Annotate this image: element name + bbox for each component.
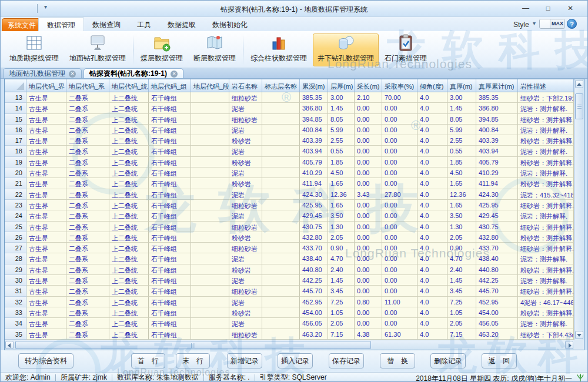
cell[interactable]: 细砂岩：下部4.43m [518, 329, 574, 340]
cell[interactable] [191, 103, 229, 113]
cell[interactable]: 70.00 [382, 92, 417, 103]
cell[interactable]: 0.00 [355, 167, 382, 178]
cell[interactable]: 27.80 [382, 189, 417, 200]
cell[interactable]: 泥岩 [229, 189, 262, 200]
cell[interactable]: 细砂岩：下部2.19米 [518, 92, 574, 103]
horizontal-scrollbar[interactable] [5, 340, 574, 350]
cell[interactable]: 上二叠统 [109, 318, 149, 329]
cell[interactable]: 0.00 [382, 222, 417, 232]
row-number-cell[interactable]: 18 [5, 146, 26, 156]
cell[interactable]: 0.90 [328, 243, 355, 253]
cell[interactable]: 4.0 [417, 167, 447, 178]
cell[interactable]: 403.39 [300, 135, 328, 146]
tab-close-icon[interactable]: ✕ [171, 71, 178, 78]
cell[interactable]: 0.00 [382, 167, 417, 178]
cell[interactable]: 古生界 [26, 329, 66, 340]
cell[interactable]: 438.40 [476, 253, 518, 264]
vertical-scroll-thumb[interactable] [575, 93, 583, 119]
column-header[interactable]: 岩石名称 [229, 79, 262, 92]
cell[interactable] [262, 264, 300, 275]
row-number-cell[interactable]: 15 [5, 114, 26, 125]
cell[interactable]: 0.00 [355, 253, 382, 264]
column-header[interactable]: 倾角(度) [417, 79, 447, 92]
cell[interactable] [262, 253, 300, 264]
cell[interactable]: 456.05 [476, 318, 518, 329]
cell[interactable] [262, 189, 300, 200]
cell[interactable] [191, 297, 229, 307]
cell[interactable]: 泥岩：测井解释. [518, 210, 574, 221]
cell[interactable]: 4.0 [417, 307, 447, 318]
cell[interactable]: 上二叠统 [109, 275, 149, 286]
cell[interactable] [262, 178, 300, 189]
cell[interactable]: 粉砂岩：测井解释. [518, 135, 574, 146]
cell[interactable]: 二叠系 [66, 232, 109, 243]
cell[interactable]: 细砂岩：测井解释. [518, 243, 574, 253]
cell[interactable]: 0.00 [355, 232, 382, 243]
cell[interactable]: 石千峰组 [149, 178, 191, 189]
table-row[interactable]: 21古生界二叠系上二叠统石千峰组粉砂岩411.941.650.000.004.0… [5, 178, 574, 189]
cell[interactable]: 二叠系 [66, 135, 109, 146]
cell[interactable]: 0.00 [355, 125, 382, 135]
cell[interactable]: 0.00 [382, 253, 417, 264]
cell[interactable]: 古生界 [26, 297, 66, 307]
cell[interactable]: 433.70 [476, 243, 518, 253]
cell[interactable]: 上二叠统 [109, 232, 149, 243]
cell[interactable]: 4.0 [417, 232, 447, 243]
cell[interactable]: 0.00 [382, 135, 417, 146]
cell[interactable]: 394.85 [300, 114, 328, 125]
cell[interactable]: 细砂岩：测井解释. [518, 222, 574, 232]
cell[interactable]: 二叠系 [66, 275, 109, 286]
row-number-cell[interactable]: 20 [5, 167, 26, 178]
cell[interactable]: 石千峰组 [149, 253, 191, 264]
cell[interactable]: 4.0 [417, 318, 447, 329]
cell[interactable]: 细砂岩：测井解释. [518, 286, 574, 296]
cell[interactable]: 463.20 [476, 329, 518, 340]
table-row[interactable]: 30古生界二叠系上二叠统石千峰组泥岩442.251.450.000.004.01… [5, 275, 574, 286]
cell[interactable]: 425.95 [476, 200, 518, 210]
cell[interactable] [191, 178, 229, 189]
cell[interactable] [262, 329, 300, 340]
cell[interactable]: 古生界 [26, 264, 66, 275]
cell[interactable]: 4.0 [417, 210, 447, 221]
cell[interactable]: 385.35 [476, 92, 518, 103]
table-row[interactable]: 15古生界二叠系上二叠统石千峰组细粒砂岩394.858.050.000.004.… [5, 114, 574, 125]
cell[interactable]: 403.39 [476, 135, 518, 146]
cell[interactable] [262, 114, 300, 125]
table-row[interactable]: 14古生界二叠系上二叠统石千峰组泥岩386.801.450.000.004.01… [5, 103, 574, 113]
action-button-8[interactable]: 删除记录 [430, 353, 466, 368]
cell[interactable]: 石千峰组 [149, 103, 191, 113]
table-row[interactable]: 33古生界二叠系上二叠统石千峰组粉砂岩454.001.050.000.004.0… [5, 307, 574, 318]
cell[interactable]: 上二叠统 [109, 200, 149, 210]
cell[interactable] [262, 103, 300, 113]
cell[interactable]: 古生界 [26, 232, 66, 243]
cell[interactable]: 古生界 [26, 189, 66, 200]
row-number-cell[interactable]: 32 [5, 297, 26, 307]
cell[interactable]: 405.79 [300, 157, 328, 167]
max-toggle[interactable]: MAX [539, 19, 565, 29]
cell[interactable]: 463.20 [300, 329, 328, 340]
cell[interactable] [262, 243, 300, 253]
cell[interactable]: 粉砂岩 [229, 157, 262, 167]
cell[interactable]: 古生界 [26, 200, 66, 210]
cell[interactable]: 442.25 [476, 275, 518, 286]
cell[interactable]: 4.0 [417, 264, 447, 275]
cell[interactable]: 二叠系 [66, 92, 109, 103]
cell[interactable] [191, 167, 229, 178]
menu-tab-5[interactable]: 数据初始化 [204, 17, 256, 31]
cell[interactable]: 4.0 [417, 125, 447, 135]
cell[interactable]: 二叠系 [66, 297, 109, 307]
cell[interactable]: 4.0 [417, 329, 447, 340]
column-header[interactable]: 地层代码_段 [191, 79, 229, 92]
cell[interactable]: 454.00 [300, 307, 328, 318]
cell[interactable]: 0.00 [355, 318, 382, 329]
cell[interactable] [262, 232, 300, 243]
tab-close-icon[interactable]: ✕ [69, 71, 76, 78]
cell[interactable] [191, 125, 229, 135]
cell[interactable]: 4.0 [417, 103, 447, 113]
action-button-5[interactable]: 插入记录 [278, 353, 313, 368]
cell[interactable]: 1.65 [328, 178, 355, 189]
cell[interactable]: 细砂岩：测井解释. [518, 114, 574, 125]
cell[interactable]: 石千峰组 [149, 125, 191, 135]
doc-tab-2[interactable]: 钻探资料(钻孔名称:19-1)✕ [83, 68, 183, 78]
cell[interactable]: 442.25 [300, 275, 328, 286]
